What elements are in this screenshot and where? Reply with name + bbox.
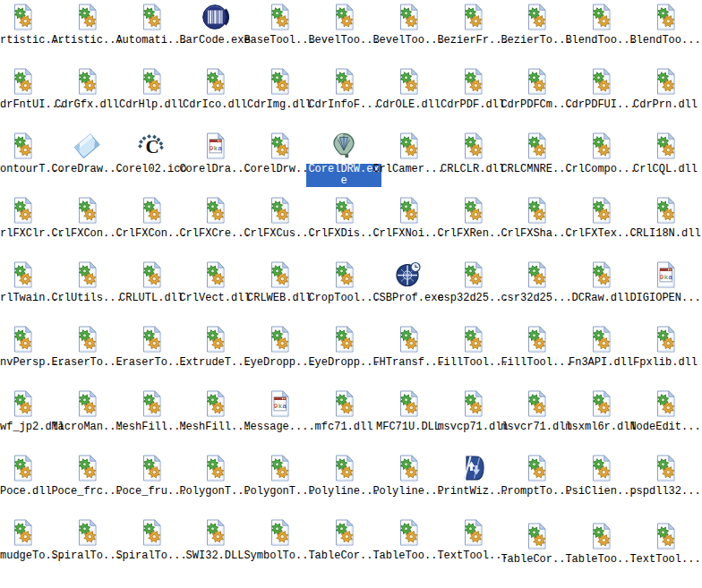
file-item[interactable]: EraserTo... bbox=[55, 325, 119, 388]
file-item[interactable]: PromptTo... bbox=[504, 454, 569, 516]
file-item[interactable]: rtistic... bbox=[0, 3, 55, 65]
file-item[interactable]: Automati... bbox=[119, 3, 184, 65]
file-item[interactable]: BlendToo... bbox=[633, 3, 698, 65]
file-item[interactable]: BezierTo... bbox=[504, 3, 569, 65]
file-item[interactable]: CrlCQL.dll bbox=[633, 132, 698, 194]
file-item[interactable]: CrlFXCon... bbox=[119, 196, 184, 259]
file-item[interactable]: Poce_fru... bbox=[119, 454, 184, 516]
file-item[interactable]: 9kaDIGIOPEN... bbox=[633, 260, 698, 323]
file-item[interactable]: SWI32.DLL bbox=[183, 518, 247, 581]
file-item[interactable]: BlendToo... bbox=[569, 3, 633, 65]
file-item[interactable]: FillTool... bbox=[441, 325, 505, 388]
file-item[interactable]: CdrOLE.dll bbox=[376, 67, 441, 130]
file-item[interactable]: rlTwain... bbox=[0, 260, 55, 323]
file-item[interactable]: ExtrudeT... bbox=[183, 325, 247, 388]
file-item[interactable]: Polyline... bbox=[376, 454, 441, 516]
file-item[interactable]: CrlCamer... bbox=[376, 132, 441, 194]
file-item[interactable]: DCRaw.dll bbox=[569, 260, 633, 323]
file-item[interactable]: Polyline... bbox=[312, 454, 376, 516]
file-item[interactable]: CdrGfx.dll bbox=[55, 67, 119, 130]
file-item[interactable]: PolygonT... bbox=[247, 454, 312, 516]
file-item[interactable]: CrlFXCre... bbox=[183, 196, 247, 259]
file-item[interactable]: BevelToo... bbox=[376, 3, 441, 65]
file-item[interactable]: MeshFill... bbox=[119, 389, 184, 452]
file-item[interactable]: TableCor... bbox=[504, 522, 569, 584]
file-item[interactable]: MFC71U.DLL bbox=[376, 389, 441, 452]
file-item[interactable]: CRLUTL.dll bbox=[119, 260, 184, 323]
file-item[interactable]: BaseTool... bbox=[247, 3, 312, 65]
file-item[interactable]: rlFXClr... bbox=[0, 196, 55, 259]
file-item[interactable]: mfc71.dll bbox=[312, 389, 376, 452]
file-item[interactable]: FillTool... bbox=[504, 325, 569, 388]
file-item[interactable]: SpiralTo... bbox=[119, 518, 184, 581]
file-item[interactable]: SymbolTo... bbox=[247, 518, 312, 581]
file-item[interactable]: ontourT... bbox=[0, 132, 55, 194]
file-item[interactable]: msvcr71.dll bbox=[504, 389, 569, 452]
file-item[interactable]: CRLCLR.dll bbox=[441, 132, 505, 194]
file-item[interactable]: CrlFXNoi... bbox=[376, 196, 441, 259]
file-label: Polyline... bbox=[308, 486, 379, 498]
file-item[interactable]: TableToo... bbox=[569, 522, 633, 584]
file-item[interactable]: PrintWiz... bbox=[441, 454, 505, 516]
file-item[interactable]: nvPersp... bbox=[0, 325, 55, 388]
file-item[interactable]: CRLWEB.dll bbox=[247, 260, 312, 323]
file-item[interactable]: CdrPDF.dll bbox=[441, 67, 505, 130]
file-item[interactable]: csr32d25... bbox=[504, 260, 569, 323]
file-item[interactable]: Poce.dll bbox=[0, 454, 55, 516]
file-item[interactable]: CoreDraw... bbox=[55, 132, 119, 194]
file-item[interactable]: CrlUtils... bbox=[55, 260, 119, 323]
file-item[interactable]: CCorel02.ico bbox=[119, 132, 184, 194]
file-item[interactable]: EyeDropp... bbox=[247, 325, 312, 388]
file-item[interactable]: wf_jp2.dll bbox=[0, 389, 55, 452]
file-item[interactable]: BarCode.exe bbox=[183, 3, 247, 65]
file-item[interactable]: SpiralTo... bbox=[55, 518, 119, 581]
file-item[interactable]: FHTransf... bbox=[376, 325, 441, 388]
file-item[interactable]: CrlCompo... bbox=[569, 132, 633, 194]
file-item[interactable]: Artistic... bbox=[55, 3, 119, 65]
file-item[interactable]: CdrHlp.dll bbox=[119, 67, 184, 130]
file-item[interactable]: TextTool... bbox=[633, 522, 698, 584]
file-item[interactable]: drFntUI... bbox=[0, 67, 55, 130]
file-item[interactable]: CrlVect.dll bbox=[183, 260, 247, 323]
file-item[interactable]: CrlFXRen... bbox=[441, 196, 505, 259]
file-item[interactable]: EyeDropp... bbox=[312, 325, 376, 388]
file-item[interactable]: CRLI18N.dll bbox=[633, 196, 698, 259]
file-item[interactable]: csp32d25... bbox=[441, 260, 505, 323]
file-item[interactable]: CdrPrn.dll bbox=[633, 67, 698, 130]
file-item[interactable]: CdrPDFUI... bbox=[569, 67, 633, 130]
file-item[interactable]: Fpxlib.dll bbox=[633, 325, 698, 388]
file-item[interactable]: PolygonT... bbox=[183, 454, 247, 516]
file-item[interactable]: CrlFXDis... bbox=[312, 196, 376, 259]
file-item[interactable]: 9kaMessage.... bbox=[247, 389, 312, 452]
file-item[interactable]: MacroMan... bbox=[55, 389, 119, 452]
file-item[interactable]: CSBProf.exe bbox=[376, 260, 441, 323]
file-item[interactable]: CdrImg.dll bbox=[247, 67, 312, 130]
file-item[interactable]: mudgeTo... bbox=[0, 518, 55, 581]
file-item[interactable]: CrlFXCus... bbox=[247, 196, 312, 259]
file-item[interactable]: msvcp71.dll bbox=[441, 389, 505, 452]
file-item[interactable]: 9kaCorelDra... bbox=[183, 132, 247, 194]
file-item[interactable]: CrlFXSha... bbox=[504, 196, 569, 259]
file-item[interactable]: TextTool... bbox=[441, 518, 505, 581]
file-item[interactable]: TableCor... bbox=[312, 518, 376, 581]
file-item[interactable]: CdrPDFCm... bbox=[504, 67, 569, 130]
file-item[interactable]: CropTool... bbox=[312, 260, 376, 323]
file-item[interactable]: CorelDrw... bbox=[247, 132, 312, 194]
file-item[interactable]: PsiClien... bbox=[569, 454, 633, 516]
file-item[interactable]: pspdll32... bbox=[633, 454, 698, 516]
file-item[interactable]: CrlFXTex... bbox=[569, 196, 633, 259]
file-item[interactable]: CdrInfoF... bbox=[312, 67, 376, 130]
file-item[interactable]: BezierFr... bbox=[441, 3, 505, 65]
file-item[interactable]: CdrIco.dll bbox=[183, 67, 247, 130]
file-item[interactable]: TableToo... bbox=[376, 518, 441, 581]
file-item-selected[interactable]: CorelDRW.exe bbox=[312, 132, 376, 194]
file-item[interactable]: Fn3API.dll bbox=[569, 325, 633, 388]
file-item[interactable]: CRLCMNRE... bbox=[504, 132, 569, 194]
file-item[interactable]: MeshFill... bbox=[183, 389, 247, 452]
file-item[interactable]: EraserTo... bbox=[119, 325, 184, 388]
file-item[interactable]: msxml6r.dll bbox=[569, 389, 633, 452]
file-item[interactable]: CrlFXCon... bbox=[55, 196, 119, 259]
file-item[interactable]: Poce_frc... bbox=[55, 454, 119, 516]
file-item[interactable]: NodeEdit... bbox=[633, 389, 698, 452]
file-item[interactable]: BevelToo... bbox=[312, 3, 376, 65]
